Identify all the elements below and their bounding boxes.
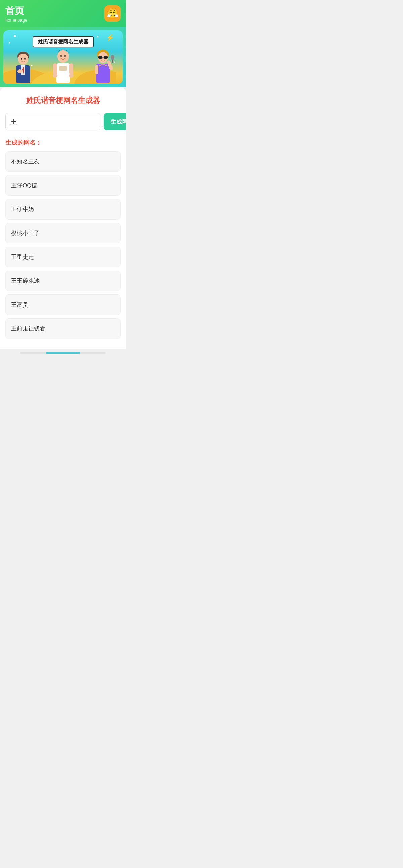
result-item[interactable]: 不知名王友: [5, 151, 121, 172]
app-title: 姓氏谐音梗网名生成器: [5, 95, 121, 105]
result-item[interactable]: 王富贵: [5, 294, 121, 315]
scroll-thumb: [46, 352, 80, 354]
sparkle-icon: ✦: [96, 35, 99, 39]
sparkle-icon: ✦: [13, 33, 17, 39]
result-item[interactable]: 王里走走: [5, 247, 121, 267]
header-sub-title: home page: [5, 18, 27, 23]
results-list: 不知名王友王仔QQ糖王仔牛奶樱桃小王子王里走走王王碎冰冰王富贵王前走往钱看: [5, 151, 121, 339]
result-item[interactable]: 王仔牛奶: [5, 199, 121, 219]
results-label: 生成的网名：: [5, 138, 121, 147]
banner-inner: ✦ ✦ ✦ ✦ ✦ ⚡ 姓氏谐音梗网名生成器: [3, 30, 123, 84]
result-item[interactable]: 王前走往钱看: [5, 318, 121, 339]
svg-point-4: [18, 54, 28, 65]
svg-rect-18: [53, 63, 57, 75]
character-left: [11, 51, 35, 84]
svg-rect-17: [59, 66, 67, 71]
svg-point-33: [111, 55, 114, 60]
banner-title: 姓氏谐音梗网名生成器: [38, 39, 88, 44]
svg-point-12: [18, 69, 22, 73]
svg-rect-24: [98, 56, 102, 59]
svg-point-13: [58, 51, 69, 63]
character-middle: [51, 47, 74, 84]
lightning-right-icon: ⚡: [106, 34, 114, 42]
result-item[interactable]: 王王碎冰冰: [5, 271, 121, 291]
scroll-bar: [20, 352, 106, 354]
surname-input[interactable]: [5, 113, 100, 130]
result-item[interactable]: 王仔QQ糖: [5, 175, 121, 196]
svg-rect-25: [104, 56, 108, 59]
svg-point-21: [69, 73, 73, 78]
svg-point-28: [99, 65, 101, 66]
svg-point-29: [101, 64, 103, 65]
avatar-emoji: 😤: [107, 8, 119, 19]
svg-rect-19: [69, 63, 73, 75]
banner-characters: [3, 47, 123, 84]
header-title-block: 首页 home page: [5, 5, 27, 23]
svg-point-14: [61, 56, 62, 57]
app-header: 首页 home page 😤: [0, 0, 126, 27]
svg-point-5: [21, 58, 22, 60]
input-row: 生成网名: [5, 113, 121, 130]
svg-point-6: [24, 58, 26, 60]
svg-point-15: [65, 56, 66, 57]
result-item[interactable]: 樱桃小王子: [5, 223, 121, 243]
character-right: [91, 49, 114, 84]
svg-point-31: [105, 65, 107, 66]
generate-button[interactable]: 生成网名: [104, 113, 126, 130]
main-content: 姓氏谐音梗网名生成器 生成网名 生成的网名： 不知名王友王仔QQ糖王仔牛奶樱桃小…: [0, 87, 126, 349]
header-main-title: 首页: [5, 5, 27, 17]
avatar[interactable]: 😤: [104, 5, 121, 22]
sparkle-icon: ✦: [30, 64, 33, 67]
sparkle-icon: ✦: [113, 60, 116, 64]
svg-point-30: [103, 64, 105, 65]
svg-rect-35: [95, 65, 98, 74]
sparkle-icon: ✦: [8, 41, 11, 45]
banner-title-box: 姓氏谐音梗网名生成器: [33, 36, 94, 48]
banner: ✦ ✦ ✦ ✦ ✦ ⚡ 姓氏谐音梗网名生成器: [0, 27, 126, 87]
svg-point-20: [53, 73, 58, 78]
